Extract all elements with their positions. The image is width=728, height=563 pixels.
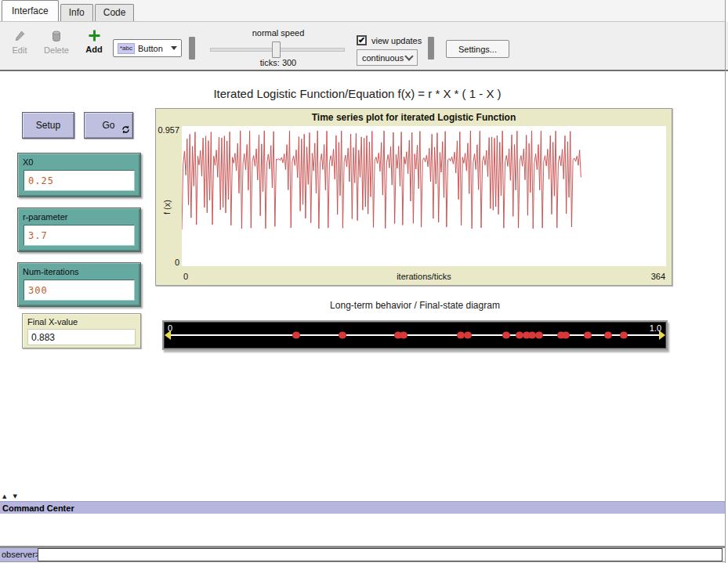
input-num-iterations-field[interactable]: 300 bbox=[24, 280, 135, 301]
edit-button[interactable]: Edit bbox=[5, 30, 34, 55]
time-series-plot: Time series plot for iterated Logistic F… bbox=[155, 108, 672, 286]
toolbar: Edit Delete Add *abc Button normal speed… bbox=[0, 22, 728, 71]
final-state-title: Long-term behavior / Final-state diagram bbox=[162, 300, 668, 311]
y-axis-min: 0 bbox=[157, 258, 179, 267]
monitor-value: 0.883 bbox=[28, 332, 55, 343]
attractor-dot bbox=[339, 332, 346, 339]
input-x0-field[interactable]: 0.25 bbox=[24, 170, 135, 191]
widget-type-dropdown[interactable]: *abc Button bbox=[113, 39, 182, 57]
model-title: Iterated Logistic Function/Equation f(x)… bbox=[0, 87, 715, 100]
delete-button[interactable]: Delete bbox=[39, 30, 74, 55]
go-button[interactable]: Go bbox=[84, 112, 133, 139]
input-x0-label: X0 bbox=[18, 153, 140, 167]
x-axis-max: 364 bbox=[651, 272, 665, 281]
attractor-dot bbox=[502, 332, 510, 339]
input-r-field[interactable]: 3.7 bbox=[24, 225, 135, 246]
final-state-bar: 0 1.0 bbox=[164, 322, 666, 348]
edit-label: Edit bbox=[5, 45, 34, 55]
plot-title: Time series plot for iterated Logistic F… bbox=[156, 112, 672, 123]
pencil-icon bbox=[5, 30, 34, 44]
logistic-series-line bbox=[182, 131, 581, 229]
command-center-title: Command Center bbox=[2, 503, 74, 513]
scale-min-label: 0 bbox=[168, 323, 172, 333]
command-center-header[interactable]: Command Center bbox=[0, 501, 725, 514]
trash-icon bbox=[39, 30, 74, 44]
y-axis-max: 0.957 bbox=[157, 125, 179, 135]
tab-info[interactable]: Info bbox=[60, 4, 93, 21]
go-label: Go bbox=[102, 120, 114, 131]
setup-label: Setup bbox=[36, 120, 60, 131]
view-updates-label: view updates bbox=[371, 36, 422, 45]
command-center-resize-icons[interactable]: ▲ ▼ bbox=[2, 493, 20, 500]
monitor-field: 0.883 bbox=[27, 329, 136, 345]
attractor-dot bbox=[562, 332, 570, 339]
input-widget-r-parameter: r-parameter 3.7 bbox=[17, 208, 141, 252]
view-updates-checkbox[interactable]: ✔ bbox=[357, 35, 367, 45]
settings-label: Settings... bbox=[458, 45, 497, 54]
monitor-label: Final X-value bbox=[23, 314, 140, 327]
final-state-diagram: 0 1.0 bbox=[162, 320, 668, 350]
abc-widget-icon: *abc bbox=[118, 43, 135, 54]
scale-max-label: 1.0 bbox=[650, 323, 661, 333]
input-num-iterations-label: Num-iterations bbox=[18, 263, 140, 276]
time-series-svg bbox=[182, 126, 666, 266]
input-num-iterations-value: 300 bbox=[24, 285, 48, 296]
command-center-output bbox=[0, 514, 725, 546]
tab-bar: Interface Info Code bbox=[0, 0, 725, 22]
settings-button[interactable]: Settings... bbox=[446, 40, 509, 58]
widget-type-value: Button bbox=[138, 44, 163, 53]
setup-button[interactable]: Setup bbox=[22, 112, 74, 139]
attractor-dot bbox=[535, 332, 543, 339]
x-axis-label: iterations/ticks bbox=[182, 272, 666, 281]
tab-interface[interactable]: Interface bbox=[2, 0, 59, 21]
tab-code[interactable]: Code bbox=[95, 4, 135, 21]
y-axis-label: f (x) bbox=[162, 200, 172, 215]
plus-icon bbox=[80, 29, 108, 43]
input-r-label: r-parameter bbox=[18, 208, 140, 222]
observer-prompt: observer> bbox=[0, 548, 38, 561]
input-widget-num-iterations: Num-iterations 300 bbox=[17, 262, 141, 307]
chevron-down-icon bbox=[404, 52, 413, 60]
x-axis-row: 0 iterations/ticks 364 bbox=[182, 272, 666, 282]
update-mode-dropdown[interactable]: continuous bbox=[357, 49, 418, 66]
add-button[interactable]: Add bbox=[80, 29, 108, 54]
ticks-counter: ticks: 300 bbox=[227, 58, 329, 67]
attractor-dot bbox=[457, 332, 465, 339]
toolbar-separator bbox=[189, 37, 195, 60]
update-mode-value: continuous bbox=[362, 53, 404, 63]
toolbar-separator-2 bbox=[428, 37, 434, 60]
window-right-border bbox=[725, 0, 726, 563]
netlogo-window: Interface Info Code Edit Delete Add *abc… bbox=[0, 0, 728, 563]
window-bottom-border bbox=[0, 561, 726, 562]
delete-label: Delete bbox=[39, 45, 74, 55]
command-input[interactable] bbox=[38, 548, 723, 561]
speed-slider-thumb[interactable] bbox=[272, 42, 281, 58]
attractor-dot bbox=[584, 332, 592, 339]
attractor-dot bbox=[292, 332, 300, 339]
attractor-dot bbox=[464, 332, 472, 339]
attractor-dot bbox=[604, 332, 612, 339]
final-x-monitor: Final X-value 0.883 bbox=[22, 313, 141, 348]
speed-slider-label: normal speed bbox=[227, 28, 329, 38]
forever-icon bbox=[121, 125, 130, 136]
input-x0-value: 0.25 bbox=[24, 175, 54, 186]
input-widget-x0: X0 0.25 bbox=[17, 153, 141, 197]
add-label: Add bbox=[80, 45, 108, 54]
dropdown-arrow-icon bbox=[171, 46, 177, 50]
attractor-dot bbox=[400, 332, 407, 339]
attractor-dot bbox=[620, 332, 628, 339]
attractor-dot bbox=[516, 332, 523, 339]
plot-area bbox=[182, 126, 666, 266]
input-r-value: 3.7 bbox=[24, 230, 48, 241]
